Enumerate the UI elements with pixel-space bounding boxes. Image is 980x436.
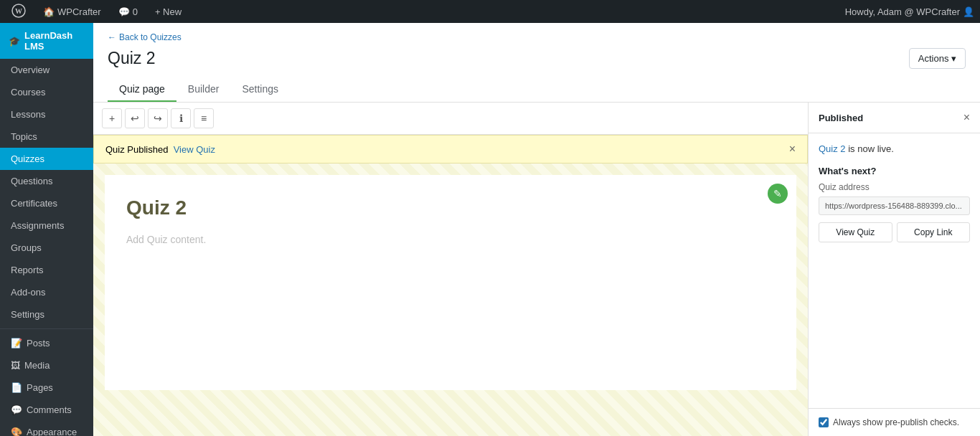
sidebar-item-lessons[interactable]: Lessons	[0, 103, 93, 125]
sidebar-label-addons: Add-ons	[11, 287, 45, 298]
sidebar-item-settings-ld[interactable]: Settings	[0, 303, 93, 326]
sidebar-brand: 🎓 LearnDash LMS	[0, 23, 93, 59]
comments-item[interactable]: 💬 0	[113, 0, 143, 23]
tab-settings-label: Settings	[242, 83, 278, 95]
tab-quiz-page-label: Quiz page	[119, 83, 165, 95]
published-panel: Published × Quiz 2 is now live. What's n…	[808, 103, 980, 436]
content-area: ← Back to Quizzes Quiz 2 Actions ▾ Quiz …	[93, 23, 980, 436]
always-show-label: Always show pre-publish checks.	[833, 417, 959, 427]
new-item[interactable]: + New	[149, 0, 187, 23]
sidebar-label-questions: Questions	[11, 176, 53, 186]
sidebar-label-reports: Reports	[11, 265, 44, 275]
page-header: ← Back to Quizzes Quiz 2 Actions ▾ Quiz …	[93, 23, 980, 103]
sidebar-item-quizzes[interactable]: Quizzes	[0, 148, 93, 170]
sidebar-label-media: Media	[24, 360, 50, 371]
back-link-text: Back to Quizzes	[119, 32, 182, 42]
whats-next-heading: What's next?	[819, 166, 970, 176]
view-quiz-notification-link[interactable]: View Quiz	[174, 144, 215, 155]
back-arrow-icon: ←	[108, 32, 116, 42]
sidebar-item-topics[interactable]: Topics	[0, 125, 93, 148]
sidebar-item-posts[interactable]: 📝 Posts	[0, 332, 93, 354]
sidebar-label-groups: Groups	[11, 242, 42, 253]
admin-bar-right: Howdy, Adam @ WPCrafter 👤	[845, 6, 974, 17]
admin-bar-left: W 🏠 WPCrafter 💬 0 + New	[6, 0, 187, 23]
site-name-item[interactable]: 🏠 WPCrafter	[37, 0, 107, 23]
quiz-canvas-title: Quiz 2	[126, 196, 775, 219]
add-icon: +	[109, 113, 115, 124]
sidebar-item-pages[interactable]: 📄 Pages	[0, 376, 93, 399]
edit-icon-symbol: ✎	[773, 188, 782, 199]
edit-quiz-button[interactable]: ✎	[768, 184, 788, 204]
tab-builder[interactable]: Builder	[176, 77, 231, 102]
quiz-canvas-wrap[interactable]: Quiz 2 Add Quiz content. ✎	[93, 164, 808, 436]
view-quiz-button[interactable]: View Quiz	[819, 222, 892, 242]
notification-banner: Quiz Published View Quiz ×	[93, 135, 808, 164]
published-panel-footer: Always show pre-publish checks.	[809, 408, 980, 436]
media-icon: 🖼	[11, 360, 20, 371]
wp-logo-icon: W	[11, 4, 26, 20]
notification-close-button[interactable]: ×	[789, 143, 796, 156]
tab-builder-label: Builder	[188, 83, 220, 95]
actions-button[interactable]: Actions ▾	[909, 48, 966, 69]
published-panel-close-button[interactable]: ×	[963, 111, 970, 124]
admin-bar: W 🏠 WPCrafter 💬 0 + New Howdy, Adam @ WP…	[0, 0, 980, 23]
published-panel-body: Quiz 2 is now live. What's next? Quiz ad…	[809, 133, 980, 408]
sidebar-item-questions[interactable]: Questions	[0, 170, 93, 192]
copy-link-button[interactable]: Copy Link	[897, 222, 971, 242]
sidebar-label-topics: Topics	[11, 131, 37, 142]
appearance-icon: 🎨	[11, 427, 22, 436]
sidebar-label-comments: Comments	[27, 404, 72, 415]
sidebar-item-addons[interactable]: Add-ons	[0, 281, 93, 303]
sidebar-item-comments[interactable]: 💬 Comments	[0, 399, 93, 421]
live-text-suffix: is now live.	[848, 143, 894, 154]
page-title-row: Quiz 2 Actions ▾	[108, 48, 966, 69]
sidebar-label-posts: Posts	[27, 338, 50, 349]
published-panel-header: Published ×	[809, 103, 980, 133]
svg-text:W: W	[15, 7, 22, 15]
sidebar-item-appearance[interactable]: 🎨 Appearance	[0, 421, 93, 436]
page-title: Quiz 2	[108, 49, 155, 68]
sidebar-item-reports[interactable]: Reports	[0, 259, 93, 281]
house-icon: 🏠	[43, 6, 55, 17]
sidebar-label-appearance: Appearance	[27, 427, 77, 436]
tabs-nav: Quiz page Builder Settings	[108, 77, 966, 102]
back-link[interactable]: ← Back to Quizzes	[108, 32, 182, 42]
brand-label: LearnDash LMS	[24, 30, 85, 52]
redo-icon: ↪	[154, 113, 162, 124]
sidebar-item-overview[interactable]: Overview	[0, 59, 93, 81]
tab-quiz-page[interactable]: Quiz page	[108, 77, 176, 102]
sidebar-item-certificates[interactable]: Certificates	[0, 192, 93, 214]
sidebar-label-pages: Pages	[27, 382, 53, 393]
info-button[interactable]: ℹ	[171, 108, 191, 128]
comment-count: 0	[133, 6, 138, 17]
redo-button[interactable]: ↪	[148, 108, 168, 128]
sidebar-item-media[interactable]: 🖼 Media	[0, 354, 93, 376]
notification-static-text: Quiz Published	[105, 144, 168, 155]
quiz-canvas-placeholder[interactable]: Add Quiz content.	[126, 234, 775, 245]
sidebar: 🎓 LearnDash LMS Overview Courses Lessons…	[0, 23, 93, 436]
sidebar-label-assignments: Assignments	[11, 220, 64, 231]
sidebar-label-certificates: Certificates	[11, 198, 57, 209]
quiz-address-field[interactable]: https://wordpress-156488-889399.clo...	[819, 196, 970, 215]
sidebar-item-courses[interactable]: Courses	[0, 81, 93, 103]
tab-settings[interactable]: Settings	[230, 77, 290, 102]
quiz-canvas: Quiz 2 Add Quiz content. ✎	[105, 175, 796, 390]
notification-text: Quiz Published View Quiz	[105, 144, 215, 155]
posts-icon: 📝	[11, 338, 22, 349]
undo-button[interactable]: ↩	[125, 108, 145, 128]
panel-close-icon: ×	[963, 111, 970, 123]
quiz-live-link[interactable]: Quiz 2	[819, 143, 846, 154]
wp-logo-item[interactable]: W	[6, 0, 32, 23]
close-icon: ×	[789, 143, 796, 155]
user-greeting: Howdy, Adam @ WPCrafter	[845, 6, 960, 17]
list-view-button[interactable]: ≡	[194, 108, 214, 128]
sidebar-label-courses: Courses	[11, 87, 45, 98]
sidebar-item-groups[interactable]: Groups	[0, 237, 93, 259]
actions-label: Actions ▾	[918, 53, 956, 64]
editor-main: + ↩ ↪ ℹ ≡	[93, 103, 808, 436]
comment-icon: 💬	[118, 6, 130, 17]
editor-wrap: + ↩ ↪ ℹ ≡	[93, 103, 980, 436]
always-show-checkbox[interactable]	[819, 417, 829, 427]
add-block-button[interactable]: +	[102, 108, 122, 128]
sidebar-item-assignments[interactable]: Assignments	[0, 214, 93, 237]
